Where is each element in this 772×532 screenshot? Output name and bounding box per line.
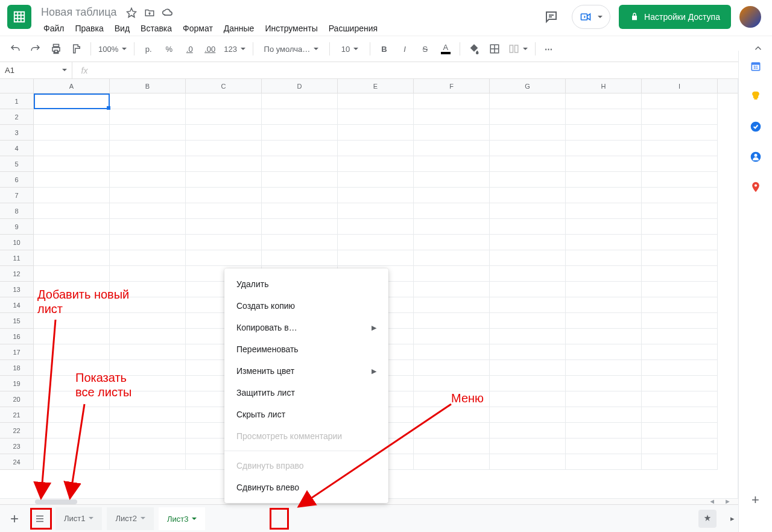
menu-Данные[interactable]: Данные [219, 21, 259, 36]
cell[interactable] [414, 93, 490, 109]
col-header[interactable]: B [110, 79, 186, 93]
zoom-select[interactable]: 100% [96, 40, 129, 58]
cell[interactable] [566, 188, 642, 203]
cell[interactable] [338, 109, 414, 125]
cell[interactable] [490, 250, 566, 266]
cell[interactable] [414, 360, 490, 376]
cell[interactable] [110, 344, 186, 360]
cell[interactable] [338, 250, 414, 266]
cell[interactable] [490, 188, 566, 203]
cloud-icon[interactable] [162, 7, 174, 19]
cell[interactable] [34, 250, 110, 266]
cell[interactable] [110, 235, 186, 250]
cell[interactable] [262, 93, 338, 109]
menu-Файл[interactable]: Файл [39, 21, 69, 36]
cell[interactable] [34, 172, 110, 188]
cell[interactable] [34, 125, 110, 141]
cell[interactable] [490, 282, 566, 297]
cell[interactable] [338, 125, 414, 141]
cell[interactable] [110, 297, 186, 313]
cell[interactable] [110, 439, 186, 454]
cell[interactable] [338, 235, 414, 250]
cell[interactable] [338, 93, 414, 109]
cell[interactable] [110, 219, 186, 235]
cell[interactable] [262, 203, 338, 219]
cell[interactable] [566, 407, 642, 423]
number-format-button[interactable]: 123 [221, 40, 248, 58]
cell[interactable] [186, 125, 262, 141]
sheets-logo[interactable] [7, 5, 31, 29]
cell[interactable] [642, 391, 718, 407]
cell[interactable] [110, 391, 186, 407]
cell[interactable] [566, 297, 642, 313]
cell[interactable] [414, 344, 490, 360]
cell[interactable] [490, 156, 566, 172]
cell[interactable] [34, 360, 110, 376]
all-sheets-button[interactable] [29, 508, 51, 530]
cell[interactable] [34, 188, 110, 203]
cell[interactable] [34, 235, 110, 250]
cell[interactable] [34, 344, 110, 360]
cell[interactable] [110, 125, 186, 141]
cell[interactable] [186, 93, 262, 109]
cell[interactable] [642, 141, 718, 156]
cell[interactable] [186, 109, 262, 125]
cell[interactable] [414, 235, 490, 250]
cell[interactable] [566, 266, 642, 282]
cell[interactable] [34, 439, 110, 454]
cell[interactable] [34, 156, 110, 172]
cell[interactable] [642, 329, 718, 344]
cell[interactable] [34, 376, 110, 391]
row-header[interactable]: 8 [0, 203, 34, 219]
cell[interactable] [566, 423, 642, 439]
row-header[interactable]: 18 [0, 360, 34, 376]
cell[interactable] [34, 313, 110, 329]
cell[interactable] [414, 172, 490, 188]
row-header[interactable]: 9 [0, 219, 34, 235]
cell[interactable] [110, 203, 186, 219]
side-panel-add[interactable]: + [751, 492, 759, 508]
menu-Формат[interactable]: Формат [178, 21, 218, 36]
cell[interactable] [414, 407, 490, 423]
cell[interactable] [490, 297, 566, 313]
row-header[interactable]: 10 [0, 235, 34, 250]
cell[interactable] [34, 423, 110, 439]
row-header[interactable]: 6 [0, 172, 34, 188]
cell[interactable] [414, 125, 490, 141]
cell[interactable] [566, 219, 642, 235]
cell[interactable] [110, 141, 186, 156]
cell[interactable] [490, 376, 566, 391]
cell[interactable] [642, 376, 718, 391]
cell[interactable] [262, 109, 338, 125]
cell[interactable] [34, 203, 110, 219]
sheet-tab[interactable]: Лист2 [107, 507, 153, 530]
cell[interactable] [414, 266, 490, 282]
fill-color-button[interactable] [465, 40, 483, 58]
cell[interactable] [414, 313, 490, 329]
cell[interactable] [642, 282, 718, 297]
cell[interactable] [566, 454, 642, 470]
cell[interactable] [186, 188, 262, 203]
cell[interactable] [566, 141, 642, 156]
ctx-item[interactable]: Копировать в…▶ [224, 317, 388, 338]
cell[interactable] [642, 423, 718, 439]
currency-button[interactable]: р. [139, 40, 157, 58]
cell[interactable] [566, 313, 642, 329]
row-header[interactable]: 19 [0, 376, 34, 391]
cell[interactable] [34, 282, 110, 297]
increase-decimal-button[interactable]: .00 [201, 40, 219, 58]
cell[interactable] [110, 423, 186, 439]
cell[interactable] [34, 93, 110, 109]
ctx-item[interactable]: Защитить лист [224, 382, 388, 404]
account-avatar[interactable] [739, 6, 761, 28]
menu-Расширения[interactable]: Расширения [324, 21, 382, 36]
cell[interactable] [34, 297, 110, 313]
cell[interactable] [186, 203, 262, 219]
cell[interactable] [566, 109, 642, 125]
cell[interactable] [414, 282, 490, 297]
cell[interactable] [110, 266, 186, 282]
row-header[interactable]: 13 [0, 282, 34, 297]
cell[interactable] [414, 423, 490, 439]
move-icon[interactable] [144, 7, 156, 19]
ctx-item[interactable]: Переименовать [224, 338, 388, 360]
